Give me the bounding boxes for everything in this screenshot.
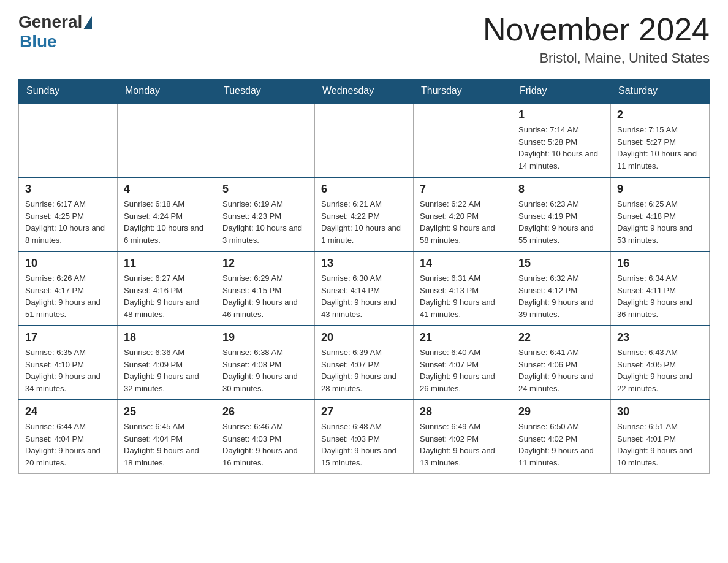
day-info: Sunrise: 6:31 AM Sunset: 4:13 PM Dayligh… <box>420 272 506 320</box>
month-title: November 2024 <box>483 12 710 47</box>
day-info: Sunrise: 6:48 AM Sunset: 4:03 PM Dayligh… <box>321 421 407 469</box>
logo-triangle-icon <box>83 16 92 29</box>
calendar-cell: 30Sunrise: 6:51 AM Sunset: 4:01 PM Dayli… <box>611 400 710 474</box>
logo-blue-text: Blue <box>20 32 57 52</box>
day-number: 25 <box>124 405 210 418</box>
day-number: 17 <box>25 331 111 344</box>
calendar-day-header: Saturday <box>611 79 710 104</box>
day-number: 24 <box>25 405 111 418</box>
calendar-cell: 23Sunrise: 6:43 AM Sunset: 4:05 PM Dayli… <box>611 326 710 400</box>
calendar-day-header: Wednesday <box>315 79 414 104</box>
day-info: Sunrise: 6:49 AM Sunset: 4:02 PM Dayligh… <box>420 421 506 469</box>
calendar-week-row: 3Sunrise: 6:17 AM Sunset: 4:25 PM Daylig… <box>19 177 710 251</box>
day-info: Sunrise: 6:46 AM Sunset: 4:03 PM Dayligh… <box>222 421 308 469</box>
day-number: 13 <box>321 257 407 270</box>
calendar-cell: 27Sunrise: 6:48 AM Sunset: 4:03 PM Dayli… <box>315 400 414 474</box>
calendar-cell: 14Sunrise: 6:31 AM Sunset: 4:13 PM Dayli… <box>414 251 512 326</box>
day-info: Sunrise: 6:38 AM Sunset: 4:08 PM Dayligh… <box>222 347 308 394</box>
calendar-cell: 26Sunrise: 6:46 AM Sunset: 4:03 PM Dayli… <box>216 400 315 474</box>
calendar-cell: 1Sunrise: 7:14 AM Sunset: 5:28 PM Daylig… <box>512 103 611 177</box>
day-info: Sunrise: 6:51 AM Sunset: 4:01 PM Dayligh… <box>617 421 703 469</box>
day-number: 8 <box>518 183 604 196</box>
day-info: Sunrise: 6:25 AM Sunset: 4:18 PM Dayligh… <box>617 198 703 246</box>
day-number: 15 <box>518 257 604 270</box>
day-info: Sunrise: 7:15 AM Sunset: 5:27 PM Dayligh… <box>617 124 703 172</box>
day-info: Sunrise: 6:44 AM Sunset: 4:04 PM Dayligh… <box>25 421 111 469</box>
calendar-day-header: Monday <box>118 79 216 104</box>
day-number: 1 <box>518 109 604 121</box>
day-number: 28 <box>420 405 506 418</box>
calendar-cell: 2Sunrise: 7:15 AM Sunset: 5:27 PM Daylig… <box>611 103 710 177</box>
day-number: 9 <box>617 183 703 196</box>
calendar-cell: 29Sunrise: 6:50 AM Sunset: 4:02 PM Dayli… <box>512 400 611 474</box>
day-number: 12 <box>222 257 308 270</box>
calendar-day-header: Tuesday <box>216 79 315 104</box>
day-info: Sunrise: 6:50 AM Sunset: 4:02 PM Dayligh… <box>518 421 604 469</box>
day-number: 2 <box>617 109 703 121</box>
calendar-cell: 6Sunrise: 6:21 AM Sunset: 4:22 PM Daylig… <box>315 177 414 251</box>
location-subtitle: Bristol, Maine, United States <box>483 50 710 66</box>
day-info: Sunrise: 6:39 AM Sunset: 4:07 PM Dayligh… <box>321 347 407 394</box>
day-number: 29 <box>518 405 604 418</box>
day-info: Sunrise: 6:45 AM Sunset: 4:04 PM Dayligh… <box>124 421 210 469</box>
calendar-week-row: 10Sunrise: 6:26 AM Sunset: 4:17 PM Dayli… <box>19 251 710 326</box>
calendar-cell: 22Sunrise: 6:41 AM Sunset: 4:06 PM Dayli… <box>512 326 611 400</box>
day-number: 26 <box>222 405 308 418</box>
day-number: 6 <box>321 183 407 196</box>
day-number: 7 <box>420 183 506 196</box>
calendar-cell: 13Sunrise: 6:30 AM Sunset: 4:14 PM Dayli… <box>315 251 414 326</box>
calendar-cell: 4Sunrise: 6:18 AM Sunset: 4:24 PM Daylig… <box>118 177 216 251</box>
page-header: General Blue November 2024 Bristol, Main… <box>18 12 710 66</box>
day-number: 16 <box>617 257 703 270</box>
calendar-cell: 16Sunrise: 6:34 AM Sunset: 4:11 PM Dayli… <box>611 251 710 326</box>
calendar-week-row: 17Sunrise: 6:35 AM Sunset: 4:10 PM Dayli… <box>19 326 710 400</box>
calendar-cell: 7Sunrise: 6:22 AM Sunset: 4:20 PM Daylig… <box>414 177 512 251</box>
day-info: Sunrise: 6:41 AM Sunset: 4:06 PM Dayligh… <box>518 347 604 394</box>
calendar-cell: 11Sunrise: 6:27 AM Sunset: 4:16 PM Dayli… <box>118 251 216 326</box>
title-section: November 2024 Bristol, Maine, United Sta… <box>483 12 710 66</box>
day-number: 14 <box>420 257 506 270</box>
calendar-cell <box>216 103 315 177</box>
calendar-cell: 18Sunrise: 6:36 AM Sunset: 4:09 PM Dayli… <box>118 326 216 400</box>
calendar-cell: 5Sunrise: 6:19 AM Sunset: 4:23 PM Daylig… <box>216 177 315 251</box>
calendar-cell <box>315 103 414 177</box>
calendar-cell: 21Sunrise: 6:40 AM Sunset: 4:07 PM Dayli… <box>414 326 512 400</box>
day-info: Sunrise: 6:18 AM Sunset: 4:24 PM Dayligh… <box>124 198 210 246</box>
day-info: Sunrise: 6:23 AM Sunset: 4:19 PM Dayligh… <box>518 198 604 246</box>
calendar-cell <box>414 103 512 177</box>
day-number: 19 <box>222 331 308 344</box>
day-number: 3 <box>25 183 111 196</box>
day-number: 11 <box>124 257 210 270</box>
calendar-cell: 15Sunrise: 6:32 AM Sunset: 4:12 PM Dayli… <box>512 251 611 326</box>
calendar-cell: 8Sunrise: 6:23 AM Sunset: 4:19 PM Daylig… <box>512 177 611 251</box>
calendar-week-row: 24Sunrise: 6:44 AM Sunset: 4:04 PM Dayli… <box>19 400 710 474</box>
day-number: 22 <box>518 331 604 344</box>
day-info: Sunrise: 7:14 AM Sunset: 5:28 PM Dayligh… <box>518 124 604 172</box>
logo: General Blue <box>18 12 92 52</box>
calendar-cell: 20Sunrise: 6:39 AM Sunset: 4:07 PM Dayli… <box>315 326 414 400</box>
logo-general-text: General <box>18 12 82 32</box>
calendar-cell: 19Sunrise: 6:38 AM Sunset: 4:08 PM Dayli… <box>216 326 315 400</box>
calendar-cell <box>118 103 216 177</box>
day-info: Sunrise: 6:17 AM Sunset: 4:25 PM Dayligh… <box>25 198 111 246</box>
day-number: 21 <box>420 331 506 344</box>
calendar-cell <box>19 103 118 177</box>
calendar-cell: 9Sunrise: 6:25 AM Sunset: 4:18 PM Daylig… <box>611 177 710 251</box>
day-info: Sunrise: 6:22 AM Sunset: 4:20 PM Dayligh… <box>420 198 506 246</box>
day-number: 23 <box>617 331 703 344</box>
calendar-cell: 10Sunrise: 6:26 AM Sunset: 4:17 PM Dayli… <box>19 251 118 326</box>
day-number: 27 <box>321 405 407 418</box>
calendar-cell: 28Sunrise: 6:49 AM Sunset: 4:02 PM Dayli… <box>414 400 512 474</box>
day-info: Sunrise: 6:30 AM Sunset: 4:14 PM Dayligh… <box>321 272 407 320</box>
day-info: Sunrise: 6:26 AM Sunset: 4:17 PM Dayligh… <box>25 272 111 320</box>
calendar-cell: 12Sunrise: 6:29 AM Sunset: 4:15 PM Dayli… <box>216 251 315 326</box>
day-number: 5 <box>222 183 308 196</box>
calendar-cell: 25Sunrise: 6:45 AM Sunset: 4:04 PM Dayli… <box>118 400 216 474</box>
calendar-day-header: Thursday <box>414 79 512 104</box>
day-info: Sunrise: 6:32 AM Sunset: 4:12 PM Dayligh… <box>518 272 604 320</box>
day-info: Sunrise: 6:29 AM Sunset: 4:15 PM Dayligh… <box>222 272 308 320</box>
calendar-day-header: Friday <box>512 79 611 104</box>
day-info: Sunrise: 6:40 AM Sunset: 4:07 PM Dayligh… <box>420 347 506 394</box>
day-number: 18 <box>124 331 210 344</box>
day-info: Sunrise: 6:35 AM Sunset: 4:10 PM Dayligh… <box>25 347 111 394</box>
